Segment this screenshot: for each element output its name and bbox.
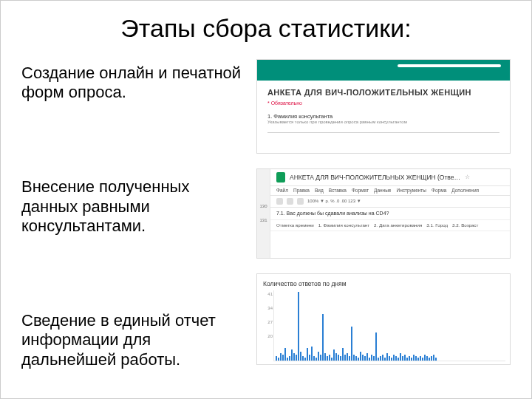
sheets-icon: [276, 172, 285, 183]
chart-bar: [311, 347, 313, 361]
chart-bar: [324, 353, 326, 361]
chart-bar: [355, 356, 357, 361]
chart-bar: [431, 356, 432, 361]
chart-bar: [411, 358, 412, 361]
menu-item: Вставка: [329, 188, 347, 194]
chart-bar: [382, 355, 383, 361]
chart-bar: [342, 348, 344, 361]
chart-bar: [309, 355, 310, 361]
slide: Этапы сбора статистики: Создание онлайн …: [0, 0, 532, 399]
chart-bar: [386, 353, 388, 361]
chart-bar: [364, 356, 366, 361]
step-3: Сведение в единый отчет информации для д…: [21, 311, 243, 369]
menu-item: Формат: [352, 188, 369, 194]
col-header: 3.1. Город: [426, 222, 448, 228]
form-title: АНКЕТА ДЛЯ ВИЧ-ПОЛОЖИТЕЛЬНЫХ ЖЕНЩИН: [267, 88, 499, 98]
chart-bar: [344, 355, 346, 361]
chart-bar: [333, 349, 335, 361]
step-1: Создание онлайн и печатной форм опроса.: [21, 64, 243, 103]
chart-title: Количество ответов по дням: [263, 280, 505, 287]
chart-bar: [282, 355, 284, 361]
toolbar-button: [297, 198, 304, 205]
thumbnail-form: АНКЕТА ДЛЯ ВИЧ-ПОЛОЖИТЕЛЬНЫХ ЖЕНЩИН * Об…: [256, 59, 511, 154]
chart-bar: [373, 356, 375, 361]
slide-title: Этапы сбора статистики:: [21, 14, 511, 43]
sheet-doc-title: АНКЕТА ДЛЯ ВИЧ-ПОЛОЖИТЕЛЬНЫХ ЖЕНЩИН (Отв…: [290, 174, 460, 181]
chart-bar: [417, 358, 419, 361]
chart-bar: [287, 358, 288, 361]
chart-bar: [358, 358, 359, 361]
chart-bar: [284, 348, 286, 361]
chart-ytick: 41: [264, 292, 273, 297]
toolbar-text: 100% ▼ р. % .0 .00 123 ▼: [307, 199, 361, 204]
chart-bar: [420, 356, 421, 361]
chart-bar: [289, 356, 290, 361]
sheet-toolbar: 100% ▼ р. % .0 .00 123 ▼: [270, 196, 510, 208]
chart-bar: [362, 355, 364, 361]
chart-bars: [274, 290, 505, 361]
chart-bar: [380, 356, 381, 361]
chart-bar: [340, 356, 341, 361]
chart-bar: [313, 356, 315, 361]
chart-bar: [398, 358, 399, 361]
chart-bar: [389, 356, 390, 361]
toolbar-button: [276, 198, 283, 205]
chart-bar: [429, 358, 430, 361]
chart-bar: [422, 358, 423, 361]
col-header: 1. Фамилия консультант: [318, 222, 369, 228]
chart-bar: [415, 356, 417, 361]
chart-bar: [331, 358, 332, 361]
sheet-row-num: 130: [259, 204, 267, 209]
chart-bar: [300, 352, 301, 361]
chart-bar: [280, 353, 282, 361]
chart-area: 41 34 27 20: [273, 290, 505, 361]
chart-bar: [404, 355, 406, 361]
menu-item: Вид: [315, 188, 324, 194]
chart-bar: [322, 314, 324, 361]
thumbnails-column: АНКЕТА ДЛЯ ВИЧ-ПОЛОЖИТЕЛЬНЫХ ЖЕНЩИН * Об…: [256, 59, 511, 369]
chart-bar: [307, 348, 308, 361]
content-row: Создание онлайн и печатной форм опроса. …: [21, 59, 511, 369]
chart-bar: [360, 352, 361, 361]
chart-ytick: 34: [264, 306, 273, 311]
menu-item: Инструменты: [396, 188, 426, 194]
chart-bar: [391, 358, 392, 361]
star-icon: ☆: [465, 174, 470, 181]
chart-bar: [378, 358, 379, 361]
sheet-titlebar: АНКЕТА ДЛЯ ВИЧ-ПОЛОЖИТЕЛЬНЫХ ЖЕНЩИН (Отв…: [270, 169, 510, 186]
form-required-note: * Обязательно: [267, 100, 499, 106]
toolbar-button: [287, 198, 293, 205]
chart-bar: [296, 355, 297, 361]
chart-bar: [338, 355, 339, 361]
col-header: 3.2. Возраст: [452, 222, 478, 228]
sheet-main: АНКЕТА ДЛЯ ВИЧ-ПОЛОЖИТЕЛЬНЫХ ЖЕНЩИН (Отв…: [270, 169, 510, 258]
chart-ytick: 20: [264, 334, 273, 339]
steps-column: Создание онлайн и печатной форм опроса. …: [21, 59, 243, 369]
chart-bar: [400, 353, 401, 361]
chart-bar: [366, 353, 368, 361]
menu-item: Форма: [432, 188, 446, 194]
form-question-1: 1. Фамилия консультанта: [267, 113, 499, 120]
menu-item: Файл: [276, 188, 288, 194]
sheet-formula-cell: 7.1. Вас должны бы сдавали анализы на СD…: [270, 208, 510, 220]
chart-bar: [413, 355, 415, 361]
chart-bar: [320, 355, 321, 361]
chart-bar: [276, 356, 277, 361]
chart-bar: [318, 352, 319, 361]
menu-item: Данные: [374, 188, 391, 194]
step-2: Внесение полученных данных равными консу…: [21, 177, 243, 236]
chart-bar: [316, 358, 317, 361]
form-body: АНКЕТА ДЛЯ ВИЧ-ПОЛОЖИТЕЛЬНЫХ ЖЕНЩИН * Об…: [257, 81, 510, 137]
form-header-bar: [257, 60, 510, 81]
chart-bar: [371, 355, 372, 361]
chart-bar: [327, 356, 328, 361]
chart-bar: [369, 358, 370, 361]
chart-bar: [393, 355, 395, 361]
chart-bar: [302, 356, 304, 361]
col-header: Отметка времени: [276, 222, 314, 228]
col-header: 2. Дата анкетирования: [374, 222, 422, 228]
menu-item: Правка: [293, 188, 310, 194]
chart-bar: [351, 327, 352, 361]
chart-bar: [424, 355, 426, 361]
sheet-menubar: Файл Правка Вид Вставка Формат Данные Ин…: [270, 186, 510, 196]
